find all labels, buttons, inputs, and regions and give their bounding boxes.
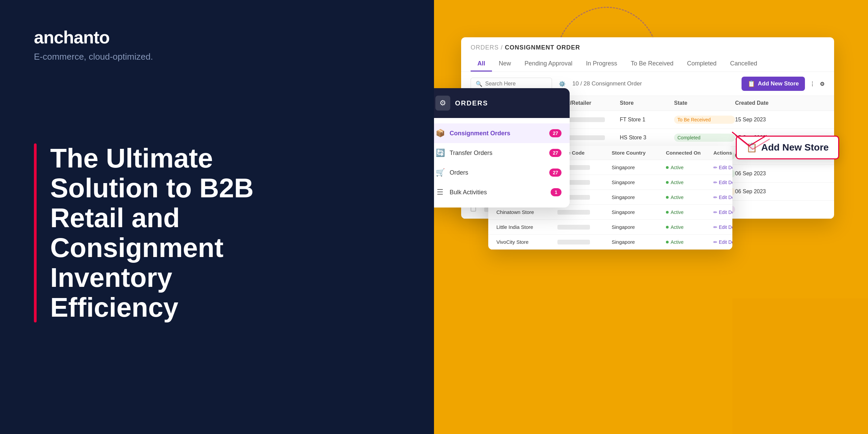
col-connected-on: Connected On (666, 150, 713, 156)
right-section: ORDERS / CONSIGNMENT ORDER All New Pendi… (434, 0, 868, 434)
store-name: Chinatown Store (496, 209, 557, 215)
store-code-placeholder (557, 240, 590, 244)
col-store: Store (620, 100, 674, 106)
filter-icon[interactable]: ⚙️ (557, 78, 568, 89)
left-section: anchanto E-commerce, cloud-optimized. Th… (0, 0, 434, 434)
orders-label: Orders (450, 169, 545, 176)
tab-all[interactable]: All (471, 57, 492, 72)
bulk-activities-label: Bulk Activities (450, 189, 546, 196)
store-status: Active (666, 165, 713, 170)
sidebar-item-consignment-orders[interactable]: 📦 Consignment Orders 27 (434, 123, 570, 143)
transfer-orders-label: Transfer Orders (450, 150, 545, 157)
store-name: FT Store 1 (620, 117, 674, 123)
tab-pending-approval[interactable]: Pending Approval (518, 57, 579, 72)
store-status: Active (666, 180, 713, 185)
brand-tagline: E-commerce, cloud-optimized. (34, 52, 400, 62)
edit-details-link[interactable]: ✏ Edit Details ↩ (713, 239, 732, 245)
tab-completed[interactable]: Completed (680, 57, 723, 72)
edit-details-link[interactable]: ✏ Edit Details ↩ (713, 224, 732, 230)
created-date: 06 Sep 2023 (735, 171, 796, 177)
orders-icon: 🛒 (435, 168, 445, 177)
orders-badge: 27 (549, 169, 561, 177)
arrow-decoration (729, 129, 770, 156)
breadcrumb-separator: / (501, 44, 505, 51)
settings-icon[interactable]: ⚙ (820, 81, 825, 87)
created-date: 15 Sep 2023 (735, 117, 796, 123)
col-state: State (674, 100, 735, 106)
sidebar-item-transfer-orders[interactable]: 🔄 Transfer Orders 27 (434, 143, 570, 163)
consignment-orders-icon: 📦 (435, 129, 445, 138)
store-country: Singapore (612, 209, 666, 215)
orders-sidebar-panel: ⚙ ORDERS 📦 Consignment Orders 27 🔄 Trans… (434, 88, 570, 208)
store-country: Singapore (612, 179, 666, 185)
breadcrumb: ORDERS / CONSIGNMENT ORDER (471, 44, 825, 51)
store-name: HS Store 3 (620, 135, 674, 141)
sidebar-title: ORDERS (455, 99, 488, 107)
logo-area: anchanto E-commerce, cloud-optimized. (34, 27, 400, 62)
brand-name: anchanto (34, 27, 110, 47)
store-code-placeholder (557, 210, 590, 215)
store-status: Active (666, 224, 713, 230)
col-store-country: Store Country (612, 150, 666, 156)
edit-details-link[interactable]: ✏ Edit Details ↩ (713, 180, 732, 185)
store-status: Active (666, 195, 713, 200)
sidebar-gear-icon: ⚙ (435, 96, 450, 111)
card-header: ORDERS / CONSIGNMENT ORDER All New Pendi… (461, 37, 834, 72)
tab-new[interactable]: New (492, 57, 518, 72)
transfer-orders-badge: 27 (549, 149, 561, 157)
store-country: Singapore (612, 224, 666, 230)
brand-logo: anchanto (34, 27, 400, 47)
transfer-orders-icon: 🔄 (435, 149, 445, 157)
bulk-activities-icon: ☰ (435, 188, 445, 197)
hero-headline: The Ultimate Solution to B2B Retail and … (50, 143, 288, 322)
record-count: 10 / 28 Consignment Order (572, 80, 737, 87)
sidebar-header: ⚙ ORDERS (434, 88, 570, 118)
search-icon: 🔍 (476, 81, 482, 87)
store-status: Active (666, 239, 713, 245)
add-new-label: Add New Store (758, 80, 799, 87)
store-country: Singapore (612, 239, 666, 245)
add-icon: 📋 (748, 80, 755, 87)
edit-details-link[interactable]: ✏ Edit Details ↩ (713, 165, 732, 170)
store-code-placeholder (557, 225, 590, 230)
orange-bg-pattern (732, 298, 868, 434)
store-name: VivoCity Store (496, 239, 557, 245)
edit-details-link[interactable]: ✏ Edit Details ↩ (713, 210, 732, 215)
edit-details-link[interactable]: ✏ Edit Details ↩ (713, 195, 732, 200)
more-icon[interactable]: ⋮ (810, 81, 815, 87)
add-new-store-button[interactable]: 📋 Add New Store (742, 77, 805, 91)
hero-section: The Ultimate Solution to B2B Retail and … (34, 143, 400, 322)
breadcrumb-orders: ORDERS (471, 44, 499, 51)
sidebar-body: 📦 Consignment Orders 27 🔄 Transfer Order… (434, 118, 570, 208)
consignment-orders-badge: 27 (549, 129, 561, 137)
tab-in-progress[interactable]: In Progress (579, 57, 624, 72)
store-status: Active (666, 210, 713, 215)
tab-cancelled[interactable]: Cancelled (723, 57, 764, 72)
bulk-activities-badge: 1 (551, 188, 561, 196)
store-country: Singapore (612, 194, 666, 200)
store-table-row: VivoCity Store Singapore Active ✏ Edit D… (488, 235, 732, 250)
breadcrumb-current: CONSIGNMENT ORDER (505, 44, 580, 51)
svg-rect-0 (732, 298, 868, 434)
add-new-store-label: Add New Store (761, 142, 829, 153)
store-country: Singapore (612, 164, 666, 170)
tab-navigation: All New Pending Approval In Progress To … (471, 57, 825, 72)
col-created-date: Created Date (735, 100, 796, 106)
red-accent-bar (34, 143, 37, 322)
tab-to-be-received[interactable]: To Be Received (624, 57, 680, 72)
search-input[interactable] (485, 81, 547, 87)
sidebar-item-orders[interactable]: 🛒 Orders 27 (434, 163, 570, 182)
status-badge: Completed (674, 134, 735, 142)
sidebar-item-bulk-activities[interactable]: ☰ Bulk Activities 1 (434, 182, 570, 202)
status-badge: To Be Received (674, 116, 735, 124)
store-name: Little India Store (496, 224, 557, 230)
consignment-orders-label: Consignment Orders (450, 130, 545, 137)
created-date: 06 Sep 2023 (735, 189, 796, 195)
store-table-row: Little India Store Singapore Active ✏ Ed… (488, 220, 732, 235)
